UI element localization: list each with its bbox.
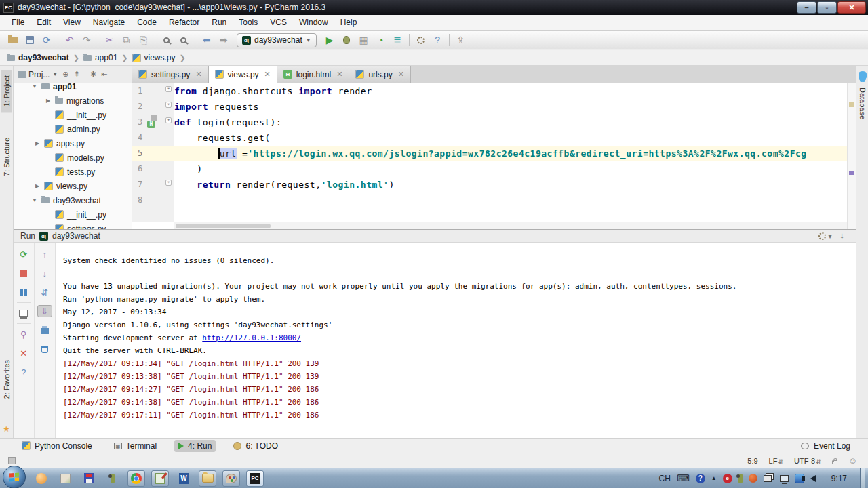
network-icon[interactable] [780,475,789,482]
taskbar-clock[interactable]: 9:17 [825,474,854,483]
close-tab-icon[interactable]: ✕ [16,347,31,359]
debug-icon[interactable] [338,33,355,48]
hector-inspector-icon[interactable]: ☺ [848,455,857,466]
tree-item-migrations[interactable]: ▶ migrations [14,94,132,108]
tree-item-init-py-2[interactable]: __init__.py [14,207,132,222]
help-icon[interactable]: ? [429,33,446,48]
close-button[interactable]: ✕ [837,1,866,14]
server-url-link[interactable]: http://127.0.0.1:8000/ [202,333,301,342]
menu-tools[interactable]: Tools [233,15,264,30]
tool-button-todo[interactable]: 6: TODO [229,440,282,452]
synchronize-icon[interactable]: ⟳ [38,33,55,48]
print-icon[interactable] [37,324,52,336]
code-line-current[interactable]: 5 url ='https://login.wx.qq.com/jslogin?… [132,146,847,161]
taskbar-paint-icon[interactable] [222,470,240,487]
menu-file[interactable]: File [5,15,31,30]
breadcrumb-views-py[interactable]: views.py [132,53,176,62]
taskbar-app-2-icon[interactable] [56,470,74,487]
menu-view[interactable]: View [57,15,87,30]
help-icon[interactable]: ? [16,366,31,378]
taskbar-word-icon[interactable]: W [175,470,193,487]
tab-login-html[interactable]: H login.html ✕ [277,66,350,83]
clear-all-icon[interactable] [37,343,52,355]
pause-output-icon[interactable] [16,286,31,298]
tool-button-favorites[interactable]: 2: Favorites [1,354,12,404]
breadcrumb-project[interactable]: day93wechat [7,53,69,62]
code-line[interactable]: 4 requests.get( [132,130,847,146]
chevron-down-icon[interactable]: ▼ [31,197,38,203]
menu-navigate[interactable]: Navigate [87,15,131,30]
close-icon[interactable]: ✕ [264,70,271,79]
menu-refactor[interactable]: Refactor [163,15,205,30]
close-icon[interactable]: ✕ [195,70,201,79]
tray-windows-stack-icon[interactable] [764,475,772,482]
scroll-to-end-icon[interactable]: ⇓ [37,305,52,317]
tray-key-icon[interactable] [738,474,743,483]
run-button-icon[interactable]: ▶ [321,33,338,48]
tree-item-init-py[interactable]: __init__.py [14,108,132,122]
run-configuration-select[interactable]: dj day93wechat ▼ [237,33,317,47]
pin-tab-icon[interactable]: ⚲ [16,328,31,340]
readonly-lock-icon[interactable] [832,460,837,464]
tool-button-database[interactable]: Database [859,87,867,119]
taskbar-app-1-icon[interactable] [33,470,50,487]
restore-layout-icon[interactable] [16,307,31,319]
minimize-button[interactable]: – [797,1,816,14]
tool-button-project[interactable]: 1: Project [1,70,12,112]
save-all-icon[interactable] [21,33,38,48]
taskbar-save-app-icon[interactable] [80,470,98,487]
menu-vcs[interactable]: VCS [264,15,293,30]
line-separator-selector[interactable]: LF⇵ [769,457,783,465]
tray-recording-icon[interactable] [749,474,757,483]
tool-button-structure[interactable]: 7: Structure [1,132,12,182]
tree-item-admin-py[interactable]: admin.py [14,122,132,136]
up-stack-trace-icon[interactable]: ↑ [37,248,52,260]
encoding-selector[interactable]: UTF-8⇵ [794,457,821,465]
close-icon[interactable]: ✕ [336,70,342,79]
locate-icon[interactable]: ⊕ [62,70,68,79]
tree-item-models-py[interactable]: models.py [14,150,132,165]
taskbar-key-app-icon[interactable] [104,470,121,487]
down-stack-trace-icon[interactable]: ↓ [37,267,52,279]
redo-icon[interactable]: ↷ [78,33,95,48]
code-line[interactable]: 1▾ from django.shortcuts import render [132,83,847,99]
soft-wrap-icon[interactable]: ⇵ [37,286,52,298]
hide-panel-icon[interactable]: ⤓ [840,232,844,241]
code-line[interactable]: 2▾ import requests [132,99,847,115]
project-view-selector[interactable]: Proj... ▼ [18,70,58,79]
code-line[interactable]: 8 [132,192,847,208]
event-log-button[interactable]: Event Log [814,441,850,451]
taskbar-explorer-icon[interactable] [199,470,216,487]
code-editor[interactable]: 1▾ from django.shortcuts import render 2… [132,83,856,229]
undo-icon[interactable]: ↶ [61,33,78,48]
install-plugin-icon[interactable]: ⇪ [452,33,469,48]
coverage-icon[interactable]: ▦ [355,33,372,48]
replace-icon[interactable] [175,33,192,48]
tray-app-ev-icon[interactable]: e [723,474,732,483]
volume-icon[interactable] [810,475,816,482]
find-icon[interactable] [158,33,175,48]
tool-button-terminal[interactable]: ▩ Terminal [110,440,161,452]
back-icon[interactable]: ⬅ [198,33,215,48]
panel-settings-gear-icon[interactable]: ✱ [90,70,96,79]
code-line[interactable]: 7▿ return render(request,'login.html') [132,177,847,192]
show-desktop-button[interactable] [860,468,865,488]
forward-icon[interactable]: ➡ [215,33,232,48]
run-console-output[interactable]: System check identified no issues (0 sil… [56,243,856,438]
tree-item-settings-py[interactable]: settings.py [14,222,132,229]
toolwindow-quick-access-icon[interactable] [8,457,16,464]
tab-urls-py[interactable]: urls.py ✕ [349,66,411,83]
caret-position[interactable]: 5:9 [747,457,757,465]
collapse-all-icon[interactable]: ⇞ [73,70,79,79]
rerun-icon[interactable]: ⟳ [16,248,31,260]
profile-icon[interactable]: ◔ [372,33,389,48]
tree-item-apps-py[interactable]: ▶ apps.py [14,136,132,150]
start-button[interactable] [3,466,26,488]
chevron-down-icon[interactable]: ▼ [31,83,38,89]
menu-help[interactable]: Help [334,15,363,30]
tab-settings-py[interactable]: settings.py ✕ [132,66,209,83]
breadcrumb-app01[interactable]: app01 [83,53,117,62]
chevron-right-icon[interactable]: ▶ [34,183,41,189]
tool-button-run[interactable]: 4: Run [174,440,216,452]
error-stripe[interactable] [847,83,856,229]
